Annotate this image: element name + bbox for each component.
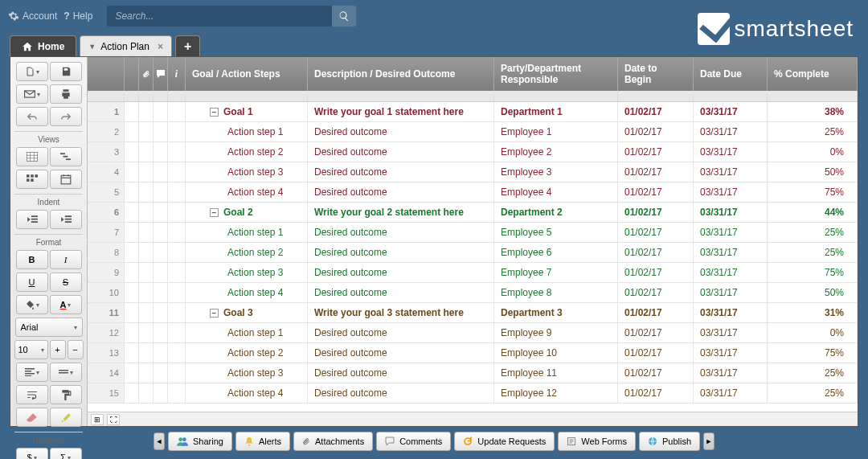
updates-button[interactable]: Update Requests [454, 432, 555, 451]
publish-button[interactable]: Publish [639, 432, 700, 451]
gantt-view-button[interactable] [50, 147, 82, 166]
cell-primary[interactable]: Action step 1 [186, 223, 308, 242]
collapse-icon[interactable]: − [210, 108, 219, 117]
text-color-button[interactable]: A▾ [50, 295, 82, 314]
attach-cell[interactable] [139, 383, 154, 403]
cell-primary[interactable]: Action step 3 [186, 263, 308, 282]
table-row[interactable]: 10Action step 4Desired outcomeEmployee 8… [88, 283, 858, 303]
cell-party[interactable]: Department 2 [494, 203, 618, 222]
cell-primary[interactable]: Action step 2 [186, 243, 308, 262]
col-party[interactable]: Party/Department Responsible [494, 57, 618, 91]
col-primary[interactable]: Goal / Action Steps [186, 57, 308, 91]
alerts-button[interactable]: Alerts [235, 432, 290, 451]
align-v-button[interactable]: ▾ [50, 363, 82, 382]
cell-pct[interactable]: 38% [768, 102, 858, 121]
table-row[interactable]: 8Action step 2Desired outcomeEmployee 60… [88, 243, 858, 263]
expand-header[interactable] [125, 57, 139, 91]
col-pct[interactable]: % Complete [768, 57, 858, 91]
cell-primary[interactable]: Action step 3 [186, 162, 308, 182]
comment-cell[interactable] [154, 343, 168, 363]
size-decrease-button[interactable]: − [68, 340, 84, 359]
redo-button[interactable] [50, 107, 82, 126]
cell-party[interactable]: Employee 5 [494, 223, 618, 242]
cell-due[interactable]: 03/31/17 [694, 263, 768, 282]
col-begin[interactable]: Date to Begin [618, 57, 694, 91]
cell-desc[interactable]: Desired outcome [308, 263, 494, 282]
cell-begin[interactable]: 01/02/17 [618, 263, 694, 282]
outdent-button[interactable] [16, 210, 48, 229]
expand-cell[interactable] [125, 343, 139, 363]
cell-begin[interactable]: 01/02/17 [618, 303, 694, 322]
cell-begin[interactable]: 01/02/17 [618, 142, 694, 162]
expand-cell[interactable] [125, 303, 139, 322]
comment-cell[interactable] [154, 243, 168, 262]
expand-cell[interactable] [125, 162, 139, 182]
cell-pct[interactable]: 25% [768, 122, 858, 141]
add-row-button[interactable]: ⊞ [91, 414, 104, 425]
cell-due[interactable]: 03/31/17 [694, 182, 768, 202]
cell-pct[interactable]: 44% [768, 203, 858, 222]
cell-pct[interactable]: 75% [768, 343, 858, 363]
cell-due[interactable]: 03/31/17 [694, 142, 768, 162]
search-button[interactable] [332, 6, 356, 27]
info-cell[interactable] [168, 243, 186, 262]
table-row[interactable]: 12Action step 1Desired outcomeEmployee 9… [88, 323, 858, 343]
attachments-button[interactable]: Attachments [293, 432, 373, 451]
cell-party[interactable]: Employee 1 [494, 122, 618, 141]
search-input[interactable] [107, 6, 332, 27]
info-cell[interactable] [168, 283, 186, 302]
attach-cell[interactable] [139, 102, 154, 121]
cell-primary[interactable]: −Goal 3 [186, 303, 308, 322]
italic-button[interactable]: I [50, 250, 82, 269]
cell-desc[interactable]: Desired outcome [308, 122, 494, 141]
row-number[interactable]: 7 [88, 223, 125, 242]
expand-cell[interactable] [125, 102, 139, 121]
cell-begin[interactable]: 01/02/17 [618, 323, 694, 342]
info-cell[interactable] [168, 122, 186, 141]
comment-cell[interactable] [154, 363, 168, 383]
cell-desc[interactable]: Desired outcome [308, 162, 494, 182]
comments-button[interactable]: Comments [376, 432, 451, 451]
cell-party[interactable]: Department 3 [494, 303, 618, 322]
cell-primary[interactable]: Action step 4 [186, 283, 308, 302]
comment-cell[interactable] [154, 383, 168, 403]
cell-due[interactable]: 03/31/17 [694, 102, 768, 121]
cell-begin[interactable]: 01/02/17 [618, 283, 694, 302]
rownum-header[interactable] [88, 57, 125, 91]
align-h-button[interactable]: ▾ [16, 363, 48, 382]
row-number[interactable]: 14 [88, 363, 125, 383]
new-sheet-button[interactable]: ▾ [16, 62, 48, 81]
attach-cell[interactable] [139, 303, 154, 322]
card-view-button[interactable] [16, 170, 48, 189]
table-row[interactable]: 4Action step 3Desired outcomeEmployee 30… [88, 162, 858, 182]
cell-pct[interactable]: 0% [768, 142, 858, 162]
cell-primary[interactable]: Action step 2 [186, 343, 308, 363]
info-cell[interactable] [168, 142, 186, 162]
expand-cell[interactable] [125, 203, 139, 222]
row-number[interactable]: 6 [88, 203, 125, 222]
table-row[interactable]: 1−Goal 1Write your goal 1 statement here… [88, 102, 858, 122]
row-number[interactable]: 12 [88, 323, 125, 342]
highlight-button[interactable] [50, 408, 82, 427]
info-cell[interactable] [168, 323, 186, 342]
cell-primary[interactable]: Action step 3 [186, 363, 308, 383]
row-number[interactable]: 2 [88, 122, 125, 141]
font-size-select[interactable]: 10▾ [14, 340, 48, 359]
comment-cell[interactable] [154, 162, 168, 182]
table-row[interactable]: 2Action step 1Desired outcomeEmployee 10… [88, 122, 858, 142]
expand-cell[interactable] [125, 223, 139, 242]
cell-due[interactable]: 03/31/17 [694, 283, 768, 302]
size-increase-button[interactable]: + [50, 340, 66, 359]
cell-desc[interactable]: Desired outcome [308, 283, 494, 302]
comment-cell[interactable] [154, 263, 168, 282]
expand-cell[interactable] [125, 363, 139, 383]
strike-button[interactable]: S [50, 273, 82, 292]
row-number[interactable]: 3 [88, 142, 125, 162]
cell-begin[interactable]: 01/02/17 [618, 203, 694, 222]
table-row[interactable]: 6−Goal 2Write your goal 2 statement here… [88, 203, 858, 223]
collapse-icon[interactable]: − [210, 208, 219, 217]
wrap-text-button[interactable] [16, 385, 48, 404]
table-row[interactable]: 3Action step 2Desired outcomeEmployee 20… [88, 142, 858, 162]
cell-pct[interactable]: 75% [768, 263, 858, 282]
comment-cell[interactable] [154, 323, 168, 342]
